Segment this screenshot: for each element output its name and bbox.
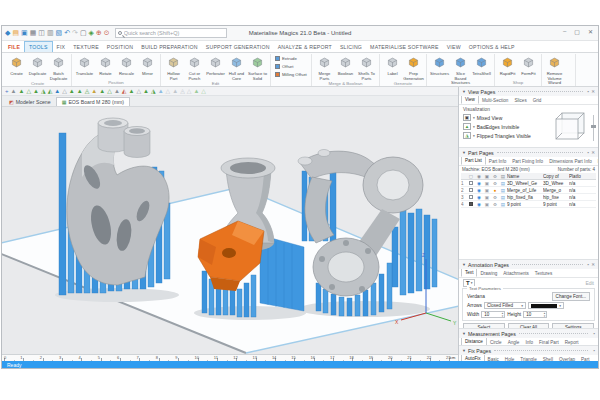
ribbon-button-rescale[interactable]: Rescale	[116, 54, 137, 77]
view-tool-icon-12[interactable]: ▲	[91, 88, 97, 95]
width-input[interactable]: 10▴▾	[481, 311, 505, 318]
annotation-pages-tab-attachments[interactable]: Attachments	[500, 270, 532, 277]
ribbon-tab-support-generation[interactable]: SUPPORT GENERATION	[202, 42, 274, 52]
measurement-pages-tab-report[interactable]: Report	[562, 339, 582, 346]
chevron-down-icon[interactable]: ▾	[473, 125, 475, 129]
quick-icon-2[interactable]: ▣	[21, 29, 28, 37]
part-pages-tab-part-list[interactable]: Part List	[461, 157, 486, 165]
ribbon-tab-file[interactable]: FILE	[4, 42, 24, 52]
pin-icon[interactable]: ▪	[593, 348, 595, 353]
quick-search[interactable]	[115, 28, 227, 38]
view-tool-icon-9[interactable]: ▲	[69, 88, 75, 95]
part-row-merge-of-life[interactable]: 2◉▣●▤Merge_of_LifeMerge_on/a	[461, 187, 596, 194]
part-row-9-point[interactable]: 4◉▣⚙▤9 point9 pointn/a	[461, 201, 596, 208]
measurement-pages-tab-final-part[interactable]: Final Part	[536, 339, 562, 346]
close-icon[interactable]: ✕	[591, 262, 595, 267]
view-tool-icon-5[interactable]: ◮	[41, 88, 46, 95]
view-pages-tab-multi-section[interactable]: Multi-Section	[479, 97, 512, 104]
ribbon-button-remove-volume-wizard[interactable]: Remove Volume Wizard	[544, 54, 565, 86]
view-tool-icon-13[interactable]: ▲	[99, 88, 105, 95]
ribbon-button-perforator[interactable]: Perforator	[205, 54, 226, 77]
quick-icon-3[interactable]: ▦	[30, 29, 37, 37]
ribbon-button-create[interactable]: Create	[6, 54, 27, 77]
edit-button[interactable]: Edit	[585, 280, 594, 286]
view-tool-icon-7[interactable]: ▲	[54, 88, 60, 95]
view-tool-icon-6[interactable]: ◭	[48, 88, 53, 95]
part-select-checkbox[interactable]	[469, 195, 473, 199]
view-tool-icon-3[interactable]: △	[26, 88, 31, 95]
quick-icon-12[interactable]: ⊙	[104, 29, 110, 37]
annotation-pages-tab-text[interactable]: Text	[461, 269, 477, 277]
viewport-scene[interactable]: X Y Z	[2, 107, 458, 354]
view-tool-icon-22[interactable]: △	[166, 88, 171, 95]
part-select-checkbox[interactable]	[469, 202, 473, 206]
ribbon-tab-fix[interactable]: FIX	[53, 42, 70, 52]
quick-icon-5[interactable]: ▥	[47, 29, 54, 37]
ribbon-tab-analyze-report[interactable]: ANALYZE & REPORT	[274, 42, 336, 52]
close-button[interactable]: ✕	[588, 28, 593, 35]
ribbon-button-mirror[interactable]: Mirror	[137, 54, 158, 77]
ribbon-tab-texture[interactable]: TEXTURE	[69, 42, 103, 52]
part-pages-tab-part-fixing-info[interactable]: Part Fixing Info	[509, 158, 546, 165]
ribbon-button-extrude[interactable]: Extrude	[273, 54, 309, 62]
measurement-pages-tab-circle[interactable]: Circle	[487, 339, 505, 346]
chevron-down-icon[interactable]: ▾	[473, 134, 475, 138]
part-pages-header[interactable]: ▼ Part Pages ▪ ✕	[459, 148, 598, 157]
ribbon-button-label[interactable]: Label	[382, 54, 403, 77]
view-tool-icon-16[interactable]: ◭	[122, 88, 127, 95]
view-tool-icon-27[interactable]: △	[201, 88, 206, 95]
scene-tab-modeler-scene[interactable]: ◩Modeler Scene	[4, 98, 56, 106]
annotation-pages-tab-textures[interactable]: Textures	[532, 270, 555, 277]
ribbon-button-shells-to-parts[interactable]: Shells To Parts	[356, 54, 377, 81]
view-tool-icon-11[interactable]: ◬	[85, 88, 90, 95]
ribbon-button-hollow-part[interactable]: Hollow Part	[163, 54, 184, 81]
ribbon-button-tetrashell[interactable]: TetraShell	[471, 54, 492, 77]
collapse-icon[interactable]: ▼	[462, 89, 466, 94]
change-font-button[interactable]: Change Font...	[552, 292, 590, 301]
view-pages-tab-view[interactable]: View	[461, 96, 479, 104]
ribbon-button-batch-duplicate[interactable]: Batch Duplicate	[48, 54, 69, 81]
close-icon[interactable]: ✕	[591, 150, 595, 155]
view-tool-icon-23[interactable]: ▲	[172, 88, 178, 95]
view-tool-icon-1[interactable]: ▲	[11, 88, 17, 95]
ribbon-button-slice-based-structures[interactable]: Slice Based Structures	[450, 54, 471, 86]
ribbon-button-rapidfit[interactable]: RapidFit	[497, 54, 518, 77]
annotation-pages-header[interactable]: ▼ Annotation Pages ▪ ✕	[459, 260, 598, 269]
ribbon-tab-tools[interactable]: TOOLS	[24, 41, 53, 52]
ribbon-button-rotate[interactable]: Rotate	[95, 54, 116, 77]
quick-icon-0[interactable]: ◆	[5, 29, 10, 37]
view-tool-icon-8[interactable]: △	[62, 88, 67, 95]
ribbon-tab-position[interactable]: POSITION	[103, 42, 137, 52]
view-pages-tab-grid[interactable]: Grid	[530, 97, 545, 104]
part-row-hip-fixed-fla[interactable]: 3◉▣⚙▤hip_fixed_flahip_fixen/a	[461, 194, 596, 201]
view-tool-icon-0[interactable]: +	[5, 88, 9, 95]
ribbon-button-milling-offset[interactable]: Milling Offset	[273, 70, 309, 78]
ribbon-button-boolean[interactable]: Boolean	[335, 54, 356, 77]
search-input[interactable]	[124, 30, 224, 36]
ribbon-button-cut-or-punch[interactable]: Cut or Punch	[184, 54, 205, 81]
measurement-pages-header[interactable]: ▼ Measurement Pages ▪	[459, 329, 598, 338]
ribbon-tab-build-preparation[interactable]: BUILD PREPARATION	[137, 42, 202, 52]
ribbon-tab-materialise-software[interactable]: MATERIALISE SOFTWARE	[366, 42, 443, 52]
annotation-pages-tab-drawing[interactable]: Drawing	[477, 270, 500, 277]
view-tool-icon-10[interactable]: ▲	[77, 88, 83, 95]
collapse-icon[interactable]: ▼	[462, 150, 466, 155]
ribbon-tab-options-help[interactable]: OPTIONS & HELP	[465, 42, 519, 52]
maximize-button[interactable]: ▢	[574, 28, 580, 35]
pin-icon[interactable]: ▪	[593, 331, 595, 336]
part-pages-tab-part-info[interactable]: Part Info	[486, 158, 509, 165]
view-tool-icon-21[interactable]: ▲	[158, 88, 164, 95]
ribbon-button-surface-to-solid[interactable]: Surface to Solid	[247, 54, 268, 81]
fix-pages-header[interactable]: ▼ Fix Pages ▪	[459, 346, 598, 355]
quick-icon-10[interactable]: ◈	[89, 29, 94, 37]
view-tool-icon-4[interactable]: ▲	[33, 88, 39, 95]
chevron-down-icon[interactable]: ▾	[473, 116, 475, 120]
arrow-color-select[interactable]: ▾	[528, 302, 564, 309]
view-tool-icon-18[interactable]: △	[136, 88, 141, 95]
minimize-button[interactable]: –	[563, 28, 566, 35]
quick-icon-8[interactable]: ↷	[72, 29, 78, 37]
collapse-icon[interactable]: ▼	[462, 331, 466, 336]
close-icon[interactable]: ✕	[591, 89, 595, 94]
ribbon-button-formfit[interactable]: FormFit	[518, 54, 539, 77]
pin-icon[interactable]: ▪	[588, 89, 590, 94]
